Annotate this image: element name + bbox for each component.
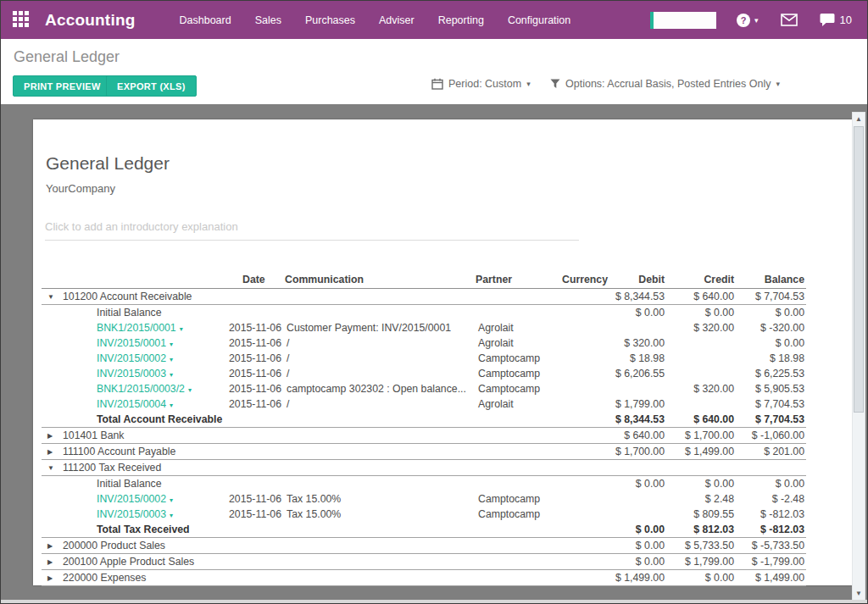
- chevron-down-icon: ▾: [170, 371, 173, 379]
- app-title[interactable]: Accounting: [45, 11, 136, 30]
- credit-cell: [666, 335, 736, 351]
- currency-cell: [550, 320, 609, 335]
- credit-cell: $ 812.03: [666, 522, 736, 538]
- user-menu[interactable]: [650, 12, 716, 29]
- debit-cell: $ 8,344.53: [609, 412, 666, 428]
- export-xls-button[interactable]: EXPORT (XLS): [106, 75, 197, 97]
- expand-arrow-icon[interactable]: ▶: [47, 574, 63, 582]
- balance-cell: $ -1,799.00: [736, 554, 806, 570]
- debit-cell: $ 18.98: [609, 351, 666, 366]
- menu-sales[interactable]: Sales: [243, 14, 293, 26]
- journal-entry-link[interactable]: BNK1/2015/0001▾: [97, 322, 183, 334]
- date-cell: [224, 570, 283, 586]
- date-cell: [224, 444, 283, 460]
- vertical-scrollbar[interactable]: ▲ ▼: [852, 112, 865, 601]
- communication-cell: [283, 522, 474, 538]
- communication-cell: [283, 538, 474, 554]
- account-label[interactable]: 101401 Bank: [63, 429, 124, 441]
- journal-entry-link[interactable]: INV/2015/0001▾: [97, 337, 173, 349]
- date-cell: 2015-11-06: [224, 366, 283, 381]
- account-label[interactable]: 101200 Account Receivable: [63, 291, 192, 302]
- options-filter[interactable]: Options: Accrual Basis, Posted Entries O…: [550, 78, 780, 90]
- chevron-down-icon: ▾: [170, 356, 173, 363]
- communication-cell: Customer Payment: INV/2015/0001: [283, 320, 474, 335]
- journal-entry-link[interactable]: INV/2015/0003▾: [97, 508, 173, 520]
- ledger-row: ▶220000 Expenses$ 1,499.00$ 0.00$ 1,499.…: [42, 570, 806, 586]
- line-label: Initial Balance: [42, 305, 224, 321]
- balance-cell: $ -320.00: [736, 320, 806, 335]
- collapse-arrow-icon[interactable]: ▼: [47, 293, 63, 301]
- menu-configuration[interactable]: Configuration: [496, 14, 582, 26]
- balance-cell: $ -812.03: [736, 507, 806, 522]
- collapse-arrow-icon[interactable]: ▼: [47, 464, 63, 472]
- period-filter[interactable]: Period: Custom ▾: [431, 78, 531, 90]
- debit-cell: $ 320.00: [609, 335, 666, 351]
- expand-arrow-icon[interactable]: ▶: [47, 448, 63, 456]
- scrollbar-thumb[interactable]: [854, 126, 864, 413]
- account-label[interactable]: 200100 Apple Product Sales: [63, 556, 194, 568]
- communication-cell: /: [283, 366, 474, 381]
- chevron-down-icon: ▾: [526, 80, 531, 88]
- credit-cell: $ 320.00: [666, 320, 736, 335]
- partner-cell: Agrolait: [474, 320, 550, 335]
- date-cell: [224, 412, 283, 428]
- ledger-row: Total Tax Received$ 0.00$ 812.03$ -812.0…: [42, 522, 806, 538]
- journal-entry-link[interactable]: INV/2015/0002▾: [97, 493, 173, 505]
- scrollbar-track[interactable]: [853, 125, 865, 587]
- ledger-row: ▼111200 Tax Received: [42, 460, 806, 476]
- ledger-row: INV/2015/0003▾2015-11-06/Camptocamp$ 6,2…: [42, 366, 806, 381]
- partner-cell: [474, 570, 550, 586]
- account-label[interactable]: 220000 Expenses: [63, 572, 146, 584]
- debit-cell: [609, 320, 666, 335]
- messages-icon[interactable]: [781, 14, 798, 26]
- horizontal-scroll-strip: [1, 600, 867, 603]
- credit-cell: $ 1,499.00: [666, 444, 736, 460]
- journal-entry-link[interactable]: INV/2015/0003▾: [97, 368, 173, 380]
- expand-arrow-icon[interactable]: ▶: [47, 542, 63, 550]
- expand-arrow-icon[interactable]: ▶: [47, 432, 63, 440]
- menu-purchases[interactable]: Purchases: [293, 14, 367, 26]
- balance-cell: $ 7,704.53: [736, 289, 806, 305]
- communication-cell: /: [283, 396, 474, 412]
- credit-cell: $ 640.00: [666, 289, 736, 305]
- menu-reporting[interactable]: Reporting: [426, 14, 496, 26]
- intro-placeholder[interactable]: Click to add an introductory explanation: [45, 220, 579, 241]
- help-menu[interactable]: ? ▾: [737, 14, 759, 27]
- currency-cell: [550, 335, 609, 351]
- journal-entry-link[interactable]: INV/2015/0002▾: [97, 352, 173, 364]
- print-preview-button[interactable]: PRINT PREVIEW: [13, 75, 112, 97]
- expand-arrow-icon[interactable]: ▶: [47, 558, 63, 566]
- main-menu: Dashboard Sales Purchases Adviser Report…: [168, 14, 583, 26]
- menu-adviser[interactable]: Adviser: [367, 14, 426, 26]
- journal-entry-link[interactable]: INV/2015/0004▾: [97, 398, 173, 410]
- col-date: Date: [224, 271, 283, 289]
- ledger-row: INV/2015/0001▾2015-11-06/Agrolait$ 320.0…: [42, 335, 806, 351]
- date-cell: [224, 554, 283, 570]
- apps-grid-icon[interactable]: [13, 11, 31, 30]
- scroll-up-icon[interactable]: ▲: [853, 113, 865, 125]
- chevron-down-icon: ▾: [170, 512, 173, 519]
- journal-entry-link[interactable]: BNK1/2015/0003/2▾: [97, 383, 192, 395]
- chat-indicator[interactable]: 10: [820, 13, 852, 27]
- account-label[interactable]: 200000 Product Sales: [63, 540, 165, 551]
- partner-cell: Agrolait: [474, 335, 550, 351]
- ledger-row: ▼101200 Account Receivable$ 8,344.53$ 64…: [42, 289, 806, 305]
- chevron-down-icon: ▾: [170, 341, 173, 348]
- balance-cell: $ -1,060.00: [736, 428, 806, 444]
- date-cell: 2015-11-06: [224, 507, 283, 522]
- partner-cell: [474, 538, 550, 554]
- menu-dashboard[interactable]: Dashboard: [168, 14, 243, 26]
- credit-cell: $ 0.00: [666, 305, 736, 321]
- debit-cell: $ 6,206.55: [609, 366, 666, 381]
- communication-cell: [283, 570, 474, 586]
- account-label[interactable]: 111200 Tax Received: [63, 462, 161, 474]
- currency-cell: [550, 366, 609, 381]
- scroll-down-icon[interactable]: ▼: [853, 587, 865, 600]
- col-balance: Balance: [736, 271, 806, 289]
- currency-cell: [550, 381, 609, 396]
- help-icon: ?: [737, 14, 750, 27]
- ledger-row: ▶101401 Bank$ 640.00$ 1,700.00$ -1,060.0…: [42, 428, 806, 444]
- col-currency: Currency: [550, 271, 609, 289]
- credit-cell: $ 2.48: [666, 491, 736, 507]
- account-label[interactable]: 111100 Account Payable: [63, 446, 175, 457]
